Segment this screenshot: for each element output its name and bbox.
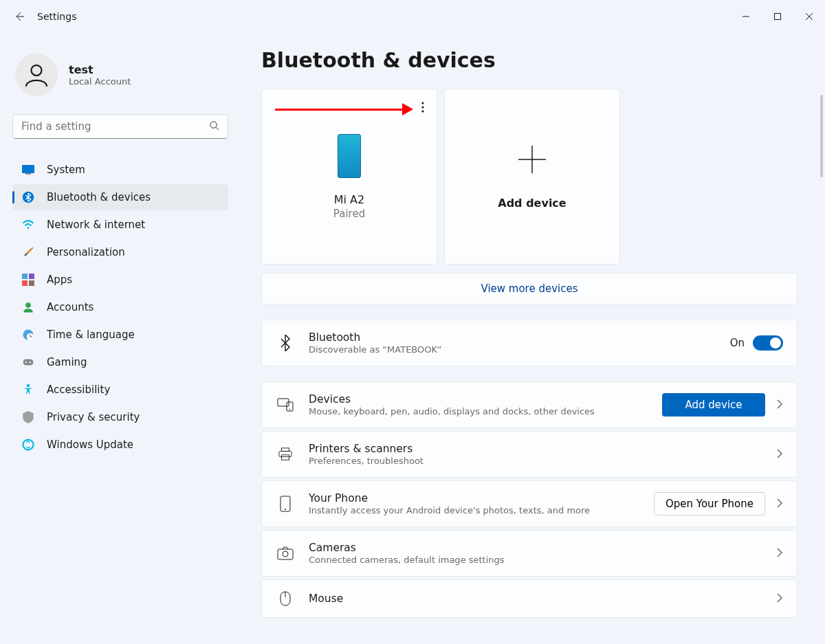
chevron-right-icon bbox=[776, 498, 783, 511]
user-block[interactable]: test Local Account bbox=[15, 54, 228, 96]
nav-accessibility[interactable]: Accessibility bbox=[12, 377, 228, 403]
view-more-devices[interactable]: View more devices bbox=[261, 273, 798, 304]
mouse-card[interactable]: Mouse bbox=[261, 579, 798, 618]
svg-point-27 bbox=[421, 110, 424, 112]
page-title: Bluetooth & devices bbox=[261, 48, 798, 72]
update-icon bbox=[22, 438, 34, 451]
device-name: Mi A2 bbox=[334, 193, 364, 206]
annotation-arrow bbox=[275, 103, 413, 115]
section-title: Printers & scanners bbox=[309, 443, 765, 455]
bluetooth-title: Bluetooth bbox=[309, 331, 730, 344]
section-subtitle: Mouse, keyboard, pen, audio, displays an… bbox=[309, 406, 662, 417]
globe-clock-icon bbox=[22, 329, 34, 341]
close-button[interactable] bbox=[793, 0, 825, 33]
svg-rect-34 bbox=[279, 451, 292, 456]
add-device-label: Add device bbox=[498, 197, 566, 210]
section-title: Your Phone bbox=[309, 492, 654, 504]
view-more-label: View more devices bbox=[481, 282, 578, 295]
svg-point-21 bbox=[25, 362, 27, 363]
svg-point-15 bbox=[25, 302, 31, 308]
maximize-button[interactable] bbox=[762, 0, 793, 33]
svg-rect-1 bbox=[775, 14, 781, 20]
shield-icon bbox=[22, 411, 34, 423]
phone-outline-icon bbox=[276, 496, 295, 512]
nav-label: System bbox=[47, 164, 85, 176]
sidebar: test Local Account System Bluetooth & de… bbox=[0, 33, 241, 644]
bluetooth-card: Bluetooth Discoverable as “MATEBOOK” On bbox=[261, 320, 798, 366]
svg-point-10 bbox=[28, 227, 30, 229]
svg-rect-11 bbox=[22, 274, 28, 279]
section-title: Devices bbox=[309, 393, 662, 406]
bluetooth-glyph-icon bbox=[276, 335, 295, 351]
section-title: Mouse bbox=[309, 592, 765, 605]
cameras-card[interactable]: Cameras Connected cameras, default image… bbox=[261, 530, 798, 577]
devices-card[interactable]: Devices Mouse, keyboard, pen, audio, dis… bbox=[261, 381, 798, 428]
add-device-button[interactable]: Add device bbox=[662, 393, 765, 417]
nav-label: Network & internet bbox=[47, 219, 145, 231]
mouse-icon bbox=[276, 591, 295, 606]
svg-rect-14 bbox=[29, 280, 34, 286]
minimize-button[interactable] bbox=[730, 0, 762, 33]
search-input[interactable] bbox=[21, 120, 209, 133]
printers-card[interactable]: Printers & scanners Preferences, trouble… bbox=[261, 431, 798, 478]
svg-point-22 bbox=[30, 362, 31, 363]
search-icon bbox=[209, 120, 219, 133]
nav-bluetooth-devices[interactable]: Bluetooth & devices bbox=[12, 184, 228, 210]
svg-rect-8 bbox=[25, 173, 31, 175]
section-subtitle: Connected cameras, default image setting… bbox=[309, 555, 765, 565]
system-icon bbox=[22, 164, 34, 176]
person-icon bbox=[22, 301, 34, 313]
nav-label: Privacy & security bbox=[47, 411, 140, 423]
add-device-tile[interactable]: Add device bbox=[444, 89, 620, 265]
nav-privacy[interactable]: Privacy & security bbox=[12, 404, 228, 430]
bluetooth-toggle[interactable] bbox=[753, 335, 783, 351]
devices-icon bbox=[276, 398, 295, 412]
device-status: Paired bbox=[333, 208, 365, 220]
nav-windows-update[interactable]: Windows Update bbox=[12, 432, 228, 458]
nav-network[interactable]: Network & internet bbox=[12, 212, 228, 238]
wifi-icon bbox=[22, 219, 34, 231]
account-type: Local Account bbox=[69, 76, 131, 87]
svg-rect-35 bbox=[282, 455, 289, 460]
accessibility-icon bbox=[22, 384, 34, 396]
nav-system[interactable]: System bbox=[12, 157, 228, 183]
nav-label: Bluetooth & devices bbox=[47, 191, 151, 203]
svg-point-25 bbox=[421, 102, 424, 104]
search-box[interactable] bbox=[12, 114, 228, 139]
nav-apps[interactable]: Apps bbox=[12, 267, 228, 293]
user-name: test bbox=[69, 63, 131, 76]
svg-rect-38 bbox=[278, 549, 293, 559]
svg-line-6 bbox=[216, 127, 219, 130]
plus-icon bbox=[517, 144, 547, 177]
section-subtitle: Instantly access your Android device's p… bbox=[309, 505, 654, 515]
nav-label: Time & language bbox=[47, 329, 135, 341]
svg-point-23 bbox=[27, 384, 30, 388]
window-controls bbox=[730, 0, 825, 33]
nav-label: Gaming bbox=[47, 356, 87, 368]
nav-label: Accessibility bbox=[47, 384, 110, 396]
scrollbar-thumb[interactable] bbox=[820, 95, 823, 177]
open-your-phone-button[interactable]: Open Your Phone bbox=[654, 492, 765, 515]
nav-gaming[interactable]: Gaming bbox=[12, 349, 228, 375]
window-title: Settings bbox=[37, 11, 76, 22]
svg-rect-13 bbox=[22, 280, 28, 286]
title-bar: Settings bbox=[0, 0, 825, 33]
printer-icon bbox=[276, 447, 295, 461]
nav-label: Accounts bbox=[47, 301, 94, 313]
main-content: Bluetooth & devices Mi A2 Paired Add dev… bbox=[241, 33, 825, 644]
svg-rect-33 bbox=[282, 448, 289, 452]
nav-list: System Bluetooth & devices Network & int… bbox=[12, 157, 228, 458]
svg-rect-12 bbox=[29, 274, 34, 279]
back-button[interactable] bbox=[7, 4, 32, 29]
nav-accounts[interactable]: Accounts bbox=[12, 294, 228, 320]
gamepad-icon bbox=[22, 356, 34, 368]
your-phone-card[interactable]: Your Phone Instantly access your Android… bbox=[261, 480, 798, 527]
svg-point-4 bbox=[32, 65, 42, 76]
svg-point-5 bbox=[210, 121, 217, 127]
device-more-button[interactable] bbox=[419, 99, 427, 118]
svg-point-39 bbox=[283, 551, 288, 557]
nav-personalization[interactable]: Personalization bbox=[12, 239, 228, 265]
nav-time-language[interactable]: Time & language bbox=[12, 322, 228, 348]
svg-point-32 bbox=[289, 409, 291, 410]
nav-label: Windows Update bbox=[47, 438, 133, 451]
